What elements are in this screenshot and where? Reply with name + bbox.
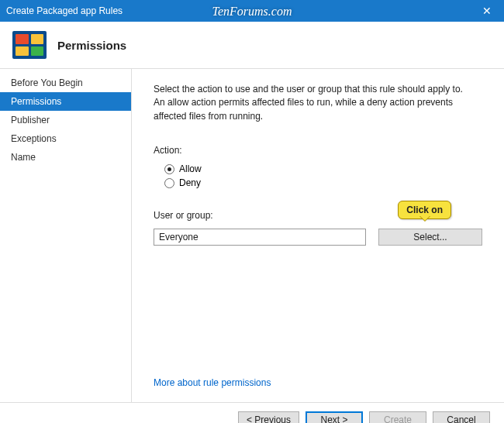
radio-deny-indicator xyxy=(164,178,174,188)
previous-button[interactable]: < Previous xyxy=(238,411,299,424)
select-button[interactable]: Select... xyxy=(378,229,482,246)
window-title: Create Packaged app Rules xyxy=(6,5,123,16)
wizard-body: Before You Begin Permissions Publisher E… xyxy=(0,69,504,402)
wizard-steps: Before You Begin Permissions Publisher E… xyxy=(0,69,132,402)
more-about-link[interactable]: More about rule permissions xyxy=(154,377,482,394)
titlebar: Create Packaged app Rules TenForums.com … xyxy=(0,0,504,22)
wizard-icon xyxy=(12,31,47,59)
action-radio-group: Allow Deny xyxy=(164,160,482,191)
user-group-input[interactable] xyxy=(154,229,366,246)
sidebar-item-exceptions[interactable]: Exceptions xyxy=(0,129,131,148)
next-button[interactable]: Next > xyxy=(306,411,363,424)
wizard-header: Permissions xyxy=(0,22,504,69)
wizard-content: Select the action to use and the user or… xyxy=(132,69,504,402)
wizard-footer: < Previous Next > Create Cancel xyxy=(0,402,504,423)
sidebar-item-publisher[interactable]: Publisher xyxy=(0,111,131,129)
watermark: TenForums.com xyxy=(212,5,292,19)
radio-allow-label: Allow xyxy=(179,163,202,174)
radio-allow-indicator xyxy=(164,164,174,174)
radio-deny[interactable]: Deny xyxy=(164,177,482,188)
sidebar-item-name[interactable]: Name xyxy=(0,148,131,167)
page-title: Permissions xyxy=(57,39,126,52)
create-button: Create xyxy=(369,411,426,424)
action-label: Action: xyxy=(154,145,482,156)
tutorial-callout: Click on xyxy=(398,201,451,219)
description-text: Select the action to use and the user or… xyxy=(154,83,464,123)
sidebar-item-before-you-begin[interactable]: Before You Begin xyxy=(0,74,131,92)
radio-allow[interactable]: Allow xyxy=(164,163,482,174)
close-icon[interactable]: ✕ xyxy=(470,0,504,22)
cancel-button[interactable]: Cancel xyxy=(433,411,490,424)
radio-deny-label: Deny xyxy=(179,177,201,188)
user-group-row: Click on Select... xyxy=(154,229,482,246)
sidebar-item-permissions[interactable]: Permissions xyxy=(0,92,131,111)
